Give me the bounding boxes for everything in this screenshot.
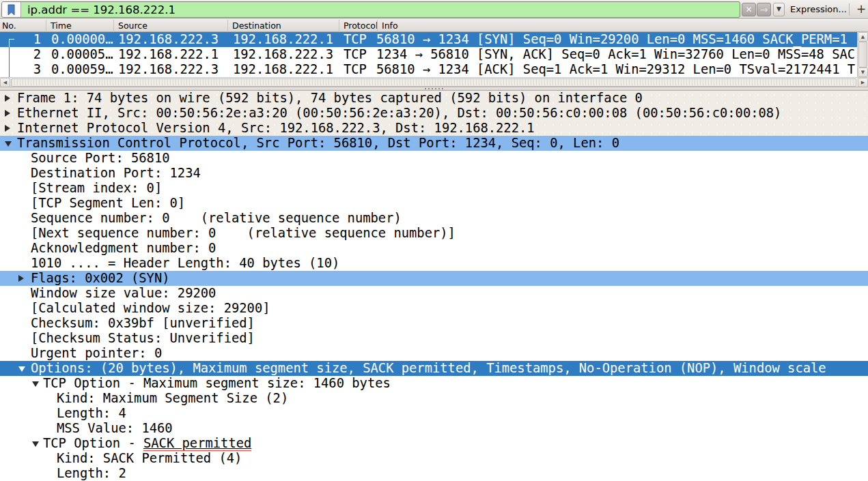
detail-row[interactable]: TCP Option - Maximum segment size: 1460 … <box>0 376 868 391</box>
filter-history-dropdown[interactable]: ▼ <box>773 3 785 16</box>
scroll-up-icon[interactable]: ▲ <box>858 32 868 42</box>
expand-icon[interactable] <box>5 110 10 117</box>
packet-cell-protocol: TCP <box>344 32 375 47</box>
filter-toolbar: ip.addr == 192.168.222.1 ✕ → ▼ Expressio… <box>0 0 868 19</box>
clear-filter-button[interactable]: ✕ <box>742 3 756 16</box>
detail-row[interactable]: Source Port: 56810 <box>0 151 868 166</box>
packet-row[interactable]: 10.00000…192.168.222.3192.168.222.1TCP56… <box>0 32 857 47</box>
detail-row[interactable]: [Checksum Status: Unverified] <box>0 331 868 346</box>
bookmark-icon[interactable] <box>2 2 21 17</box>
detail-row[interactable]: Transmission Control Protocol, Src Port:… <box>0 136 868 151</box>
packet-cell-source: 192.168.222.3 <box>118 62 227 77</box>
detail-text: MSS Value: 1460 <box>57 421 173 436</box>
packet-cell-info: 56810 → 1234 [SYN] Seq=0 Win=29200 Len=0… <box>376 32 857 47</box>
detail-row[interactable]: Options: (20 bytes), Maximum segment siz… <box>0 361 868 376</box>
packet-cell-no: 2 <box>0 47 41 62</box>
expression-button[interactable]: Expression... <box>790 0 847 19</box>
packet-list-rows: 10.00000…192.168.222.3192.168.222.1TCP56… <box>0 32 857 77</box>
packet-cell-source: 192.168.222.1 <box>118 47 227 62</box>
column-header-time[interactable]: Time <box>46 20 114 32</box>
detail-text: TCP Option - Maximum segment size: 1460 … <box>43 376 391 391</box>
detail-row[interactable]: Window size value: 29200 <box>0 286 868 301</box>
packet-cell-info: 1234 → 56810 [SYN, ACK] Seq=0 Ack=1 Win=… <box>376 47 857 62</box>
detail-row[interactable]: 1010 .... = Header Length: 40 bytes (10) <box>0 256 868 271</box>
add-filter-button[interactable]: + <box>854 0 868 19</box>
packet-cell-no: 1 <box>0 32 41 47</box>
collapse-icon[interactable] <box>5 141 12 147</box>
packet-list-vscrollbar[interactable]: ▲ ▼ <box>857 32 868 77</box>
scroll-left-icon[interactable]: ◀ <box>0 78 10 87</box>
detail-row[interactable]: Length: 4 <box>0 406 868 421</box>
column-header-destination[interactable]: Destination <box>228 20 339 32</box>
detail-row[interactable]: Acknowledgment number: 0 <box>0 241 868 256</box>
detail-row[interactable]: [Stream index: 0] <box>0 181 868 196</box>
vscroll-thumb[interactable] <box>858 42 867 68</box>
detail-text: Length: 4 <box>57 406 126 421</box>
detail-text: Frame 1: 74 bytes on wire (592 bits), 74… <box>17 91 643 106</box>
detail-text: Source Port: 56810 <box>31 151 170 166</box>
detail-text: Destination Port: 1234 <box>31 166 201 181</box>
packet-cell-destination: 192.168.222.1 <box>233 62 339 77</box>
selected-field-link[interactable]: SACK permitted <box>143 436 251 451</box>
detail-row[interactable]: [TCP Segment Len: 0] <box>0 196 868 211</box>
detail-row[interactable]: Internet Protocol Version 4, Src: 192.16… <box>0 121 868 136</box>
detail-row[interactable]: Checksum: 0x39bf [unverified] <box>0 316 868 331</box>
packet-cell-source: 192.168.222.3 <box>118 32 227 47</box>
packet-row[interactable]: 20.00005…192.168.222.1192.168.222.3TCP12… <box>0 47 857 62</box>
packet-list-hscrollbar[interactable]: ◀ ▶ <box>0 77 868 87</box>
apply-filter-button[interactable]: → <box>757 3 771 16</box>
detail-row[interactable]: Frame 1: 74 bytes on wire (592 bits), 74… <box>0 91 868 106</box>
expand-icon[interactable] <box>18 275 24 282</box>
detail-text: Length: 2 <box>57 466 126 481</box>
detail-text: Urgent pointer: 0 <box>31 346 162 361</box>
column-header-no[interactable]: No. <box>0 20 46 32</box>
detail-row[interactable]: Ethernet II, Src: 00:50:56:2e:a3:20 (00:… <box>0 106 868 121</box>
scroll-right-icon[interactable]: ▶ <box>858 78 868 87</box>
collapse-icon[interactable] <box>32 381 39 387</box>
packet-list-header: No. Time Source Destination Protocol Inf… <box>0 20 868 32</box>
packet-detail-pane: Frame 1: 74 bytes on wire (592 bits), 74… <box>0 91 868 481</box>
detail-row[interactable]: Flags: 0x002 (SYN) <box>0 271 868 286</box>
expand-icon[interactable] <box>5 125 10 132</box>
detail-row[interactable]: TCP Option - SACK permitted <box>0 436 868 451</box>
detail-row[interactable]: Kind: SACK Permitted (4) <box>0 451 868 466</box>
detail-text: [Stream index: 0] <box>31 181 162 196</box>
detail-row[interactable]: [Calculated window size: 29200] <box>0 301 868 316</box>
packet-cell-no: 3 <box>0 62 41 77</box>
detail-row[interactable]: MSS Value: 1460 <box>0 421 868 436</box>
collapse-icon[interactable] <box>32 441 39 447</box>
detail-text: Acknowledgment number: 0 <box>31 241 216 256</box>
detail-row[interactable]: Kind: Maximum Segment Size (2) <box>0 391 868 406</box>
packet-cell-destination: 192.168.222.3 <box>233 47 339 62</box>
detail-text: Kind: SACK Permitted (4) <box>57 451 242 466</box>
packet-row[interactable]: 30.00059…192.168.222.3192.168.222.1TCP56… <box>0 62 857 77</box>
collapse-icon[interactable] <box>18 366 25 372</box>
detail-row[interactable]: Urgent pointer: 0 <box>0 346 868 361</box>
splitter-grip-icon <box>425 88 444 89</box>
column-header-protocol[interactable]: Protocol <box>339 20 378 32</box>
packet-cell-protocol: TCP <box>344 62 375 77</box>
detail-text: Kind: Maximum Segment Size (2) <box>57 391 288 406</box>
detail-text: Flags: 0x002 (SYN) <box>31 271 170 286</box>
packet-cell-info: 56810 → 1234 [ACK] Seq=1 Ack=1 Win=29312… <box>376 62 857 77</box>
detail-text: Sequence number: 0 (relative sequence nu… <box>31 211 402 226</box>
expand-icon[interactable] <box>5 95 10 102</box>
detail-text: Checksum: 0x39bf [unverified] <box>31 316 255 331</box>
detail-text: TCP Option - SACK permitted <box>43 436 251 451</box>
detail-text: [TCP Segment Len: 0] <box>31 196 185 211</box>
scroll-down-icon[interactable]: ▼ <box>858 68 868 77</box>
detail-text: 1010 .... = Header Length: 40 bytes (10) <box>31 256 339 271</box>
detail-row[interactable]: Length: 2 <box>0 466 868 481</box>
column-header-info[interactable]: Info <box>378 20 857 32</box>
filter-text: ip.addr == 192.168.222.1 <box>27 2 176 17</box>
packet-cell-destination: 192.168.222.1 <box>233 32 339 47</box>
hscroll-thumb[interactable] <box>11 78 856 87</box>
detail-text: Internet Protocol Version 4, Src: 192.16… <box>17 121 535 136</box>
detail-row[interactable]: [Next sequence number: 0 (relative seque… <box>0 226 868 241</box>
detail-text: [Checksum Status: Unverified] <box>31 331 255 346</box>
column-header-source[interactable]: Source <box>114 20 228 32</box>
packet-cell-time: 0.00005… <box>51 47 116 62</box>
display-filter-input[interactable]: ip.addr == 192.168.222.1 <box>1 1 740 18</box>
detail-row[interactable]: Destination Port: 1234 <box>0 166 868 181</box>
detail-row[interactable]: Sequence number: 0 (relative sequence nu… <box>0 211 868 226</box>
